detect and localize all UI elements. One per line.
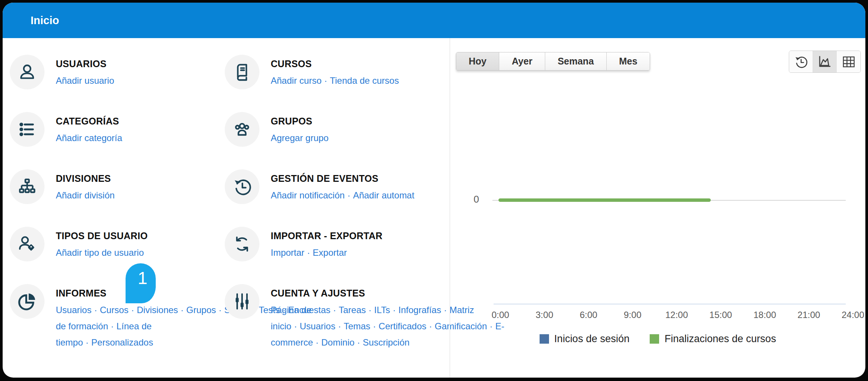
legend-label: Inicios de sesión [554, 333, 630, 345]
x-tick-label: 0:00 [492, 310, 509, 320]
section-importar-exportar: IMPORTAR - EXPORTARImportar·Exportar [225, 222, 449, 280]
section-gestion-de-eventos: GESTIÓN DE EVENTOSAñadir notificación·Añ… [225, 165, 449, 222]
section-title: TIPOS DE USUARIO [56, 230, 148, 241]
section-title: USUARIOS [56, 58, 114, 69]
section-links: Importar·Exportar [271, 244, 382, 261]
section-title: CUENTA Y AJUSTES [271, 288, 434, 299]
legend-swatch [650, 334, 659, 344]
link-divisiones-0[interactable]: Añadir división [56, 190, 115, 200]
x-tick-label: 21:00 [797, 310, 820, 320]
link-tipos-de-usuario-0[interactable]: Añadir tipo de usuario [56, 247, 144, 258]
section-links: Añadir usuario [56, 72, 114, 89]
section-divisiones: DIVISIONESAñadir división [10, 165, 225, 222]
section-categorias: CATEGORÍASAñadir categoría [10, 108, 225, 165]
link-importar-exportar-1[interactable]: Exportar [313, 247, 347, 258]
area-chart-view-button[interactable] [813, 51, 837, 72]
link-gestion-de-eventos-0[interactable]: Añadir notificación [271, 190, 345, 200]
link-separator: · [338, 321, 341, 331]
org-chart-icon [10, 169, 44, 204]
section-informes: INFORMESUsuarios·Cursos·Divisiones·Grupo… [10, 280, 225, 350]
table-icon [842, 55, 856, 69]
legend-swatch [540, 334, 549, 344]
range-tab-semana[interactable]: Semana [545, 52, 607, 70]
link-importar-exportar-0[interactable]: Importar [271, 247, 304, 258]
link-separator: · [219, 305, 222, 315]
x-tick-label: 18:00 [753, 310, 776, 320]
link-categorias-0[interactable]: Añadir categoría [56, 133, 122, 143]
chart-legend: Inicios de sesiónFinalizaciones de curso… [450, 333, 865, 345]
pie-chart-icon [10, 284, 44, 319]
link-separator: · [429, 321, 432, 331]
link-separator: · [307, 247, 310, 258]
link-cuenta-y-ajustes-6[interactable]: Dominio [321, 337, 354, 347]
section-grupos: GRUPOSAgregar grupo [225, 108, 449, 165]
link-cursos-1[interactable]: Tienda de cursos [330, 75, 399, 86]
link-gestion-de-eventos-1[interactable]: Añadir automat [353, 190, 414, 200]
link-cursos-0[interactable]: Añadir curso [271, 75, 322, 86]
legend-item[interactable]: Inicios de sesión [540, 333, 630, 345]
group-icon [225, 112, 259, 147]
section-links: Añadir tipo de usuario [56, 244, 148, 261]
link-informes-1[interactable]: Cursos [100, 305, 129, 315]
section-links: Página de inicio·Usuarios·Temas·Certific… [271, 302, 434, 350]
book-icon [225, 55, 259, 89]
section-title: GRUPOS [271, 116, 328, 127]
user-icon [10, 55, 44, 89]
x-axis-line [494, 304, 846, 304]
section-usuarios: USUARIOSAñadir usuario [10, 50, 225, 108]
link-separator: · [324, 75, 327, 86]
link-cuenta-y-ajustes-2[interactable]: Temas [344, 321, 370, 331]
link-separator: · [294, 321, 297, 331]
legend-label: Finalizaciones de cursos [664, 333, 776, 345]
link-cuenta-y-ajustes-7[interactable]: Suscripción [363, 337, 409, 347]
section-title: GESTIÓN DE EVENTOS [271, 173, 414, 184]
history-view-button[interactable] [789, 51, 813, 72]
link-separator: · [347, 190, 350, 200]
sync-icon [225, 227, 259, 261]
x-tick-label: 6:00 [580, 310, 597, 320]
x-tick-label: 24:00 [842, 310, 864, 320]
range-tab-hoy[interactable]: Hoy [456, 52, 499, 70]
link-separator: · [316, 337, 319, 347]
step-callout-number: 1 [126, 263, 156, 288]
section-links: Usuarios·Cursos·Divisiones·Grupos·Scorm·… [56, 302, 241, 350]
x-axis-ticks: 0:003:006:009:0012:0015:0018:0021:0024:0… [500, 310, 853, 325]
section-title: CURSOS [271, 58, 399, 69]
link-grupos-0[interactable]: Agregar grupo [271, 133, 328, 143]
app-window: Inicio USUARIOSAñadir usuarioCURSOSAñadi… [3, 3, 865, 378]
section-links: Agregar grupo [271, 130, 328, 146]
link-informes-12[interactable]: Personalizados [91, 337, 153, 347]
link-informes-3[interactable]: Grupos [186, 305, 216, 315]
link-separator: · [86, 337, 89, 347]
page-header: Inicio [3, 3, 865, 38]
admin-shortcuts-panel: USUARIOSAñadir usuarioCURSOSAñadir curso… [3, 38, 449, 378]
link-separator: · [131, 305, 134, 315]
link-informes-2[interactable]: Divisiones [137, 305, 178, 315]
link-informes-0[interactable]: Usuarios [56, 305, 92, 315]
link-separator: · [94, 305, 97, 315]
history-icon [225, 169, 259, 204]
link-separator: · [111, 321, 114, 331]
history-icon [794, 55, 808, 69]
range-tab-mes[interactable]: Mes [607, 52, 650, 70]
x-tick-label: 12:00 [665, 310, 688, 320]
legend-item[interactable]: Finalizaciones de cursos [650, 333, 776, 345]
section-links: Añadir división [56, 187, 115, 203]
section-tipos-de-usuario: TIPOS DE USUARIOAñadir tipo de usuario [10, 222, 225, 280]
link-usuarios-0[interactable]: Añadir usuario [56, 75, 114, 86]
section-links: Añadir curso·Tienda de cursos [271, 72, 399, 89]
table-view-button[interactable] [837, 51, 860, 72]
link-separator: · [373, 321, 376, 331]
step-callout-badge: 1 [126, 263, 156, 303]
link-separator: · [181, 305, 184, 315]
range-tab-ayer[interactable]: Ayer [499, 52, 545, 70]
sections-grid: USUARIOSAñadir usuarioCURSOSAñadir curso… [3, 38, 449, 350]
x-tick-label: 9:00 [624, 310, 641, 320]
x-tick-label: 15:00 [709, 310, 732, 320]
section-links: Añadir notificación·Añadir automat [271, 187, 414, 203]
section-cuenta-y-ajustes: CUENTA Y AJUSTESPágina de inicio·Usuario… [225, 280, 449, 350]
list-icon [10, 112, 44, 147]
section-title: CATEGORÍAS [56, 116, 122, 127]
link-cuenta-y-ajustes-1[interactable]: Usuarios [300, 321, 336, 331]
link-cuenta-y-ajustes-3[interactable]: Certificados [379, 321, 426, 331]
